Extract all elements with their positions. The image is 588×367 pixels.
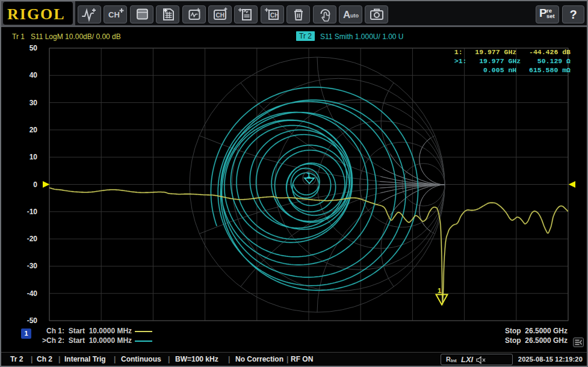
svg-text:CH: CH bbox=[215, 12, 224, 19]
svg-text:uto: uto bbox=[350, 13, 359, 19]
svg-text:CH: CH bbox=[108, 10, 120, 19]
svg-text:CH: CH bbox=[270, 12, 279, 19]
svg-text:A: A bbox=[343, 9, 350, 20]
